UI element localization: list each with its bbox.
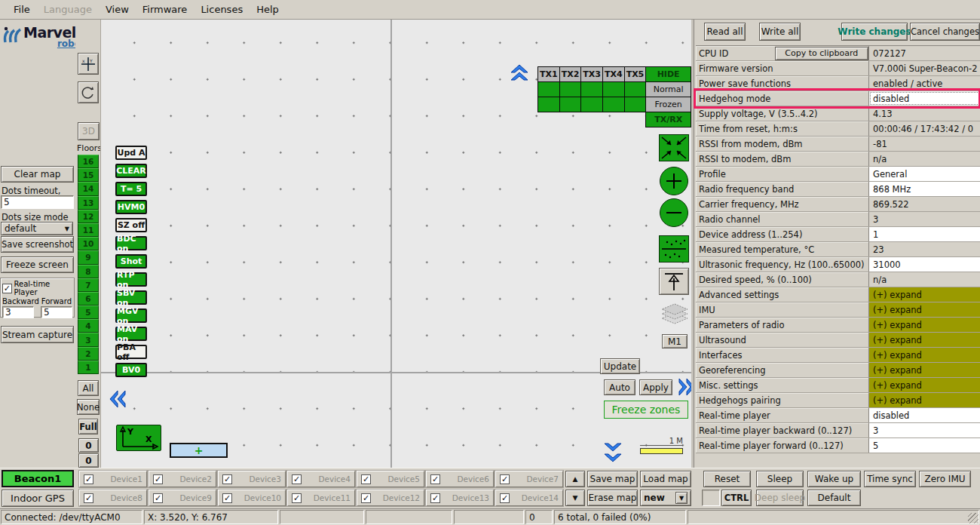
device-checkbox[interactable]: ✓ xyxy=(222,493,232,503)
floor-7[interactable]: 7 xyxy=(78,278,99,292)
tx-header-tx4[interactable]: TX4 xyxy=(602,67,624,82)
device-cell-device3[interactable]: ✓Device3 xyxy=(218,471,286,487)
device-checkbox[interactable]: ✓ xyxy=(430,474,440,484)
tx-table[interactable]: TX1TX2TX3TX4TX5HIDENormalFrozenTX/RX xyxy=(537,66,691,127)
device-checkbox[interactable]: ✓ xyxy=(84,474,93,484)
layers-icon[interactable] xyxy=(657,302,691,333)
add-submap-button[interactable]: + xyxy=(170,443,228,458)
setting-value[interactable]: 868 MHz xyxy=(869,182,980,196)
tx-txrx-button[interactable]: TX/RX xyxy=(646,112,691,127)
menu-item-firmware[interactable]: Firmware xyxy=(136,1,194,18)
device-checkbox[interactable]: ✓ xyxy=(430,493,440,503)
floor-13[interactable]: 13 xyxy=(78,196,99,210)
zoom-in-icon[interactable] xyxy=(660,167,688,195)
resize-grip[interactable] xyxy=(968,513,978,523)
read-all-button[interactable]: Read all xyxy=(704,23,746,41)
device-cell-device11[interactable]: ✓Device11 xyxy=(287,490,355,506)
xy-origin-icon[interactable]: xY xyxy=(78,53,99,75)
move-up-icon[interactable] xyxy=(659,268,689,295)
map-button-clear[interactable]: CLEAR xyxy=(115,164,147,178)
realtime-player-checkbox[interactable]: ✓ xyxy=(2,284,12,293)
save-map-button[interactable]: Save map xyxy=(587,471,638,487)
forward-input[interactable]: 5 xyxy=(41,306,72,318)
m1-button[interactable]: M1 xyxy=(662,334,688,348)
write-all-button[interactable]: Write all xyxy=(759,23,801,41)
freeze-screen-button[interactable]: Freeze screen xyxy=(1,256,74,273)
map-canvas[interactable]: Upd ACLEART= 5HVM0SZ offBDC onShotRTP on… xyxy=(100,20,691,468)
chevron-left-icon[interactable] xyxy=(109,388,130,410)
map-button-mav-on[interactable]: MAV on xyxy=(115,327,147,341)
map-button-sz-off[interactable]: SZ off xyxy=(115,218,147,232)
setting-value[interactable]: (+) expand xyxy=(869,333,980,347)
floor-16[interactable]: 16 xyxy=(78,155,99,168)
map-button-hvm0[interactable]: HVM0 xyxy=(115,200,147,214)
floor-9[interactable]: 9 xyxy=(78,250,99,264)
device-cell-device8[interactable]: ✓Device8 xyxy=(79,490,147,506)
freeze-zones-button[interactable]: Freeze zones xyxy=(604,401,688,419)
tx-header-tx1[interactable]: TX1 xyxy=(538,67,560,82)
device-checkbox[interactable]: ✓ xyxy=(292,474,302,484)
menu-item-help[interactable]: Help xyxy=(250,1,286,18)
setting-value[interactable]: (+) expand xyxy=(869,378,980,392)
fit-view-icon[interactable] xyxy=(659,134,689,161)
tx-cell[interactable] xyxy=(581,82,603,97)
tx-cell[interactable] xyxy=(581,97,603,112)
ctrl-button[interactable]: CTRL xyxy=(721,490,752,506)
tx-cell[interactable] xyxy=(559,82,581,97)
map-button-bdc-on[interactable]: BDC on xyxy=(115,236,147,250)
backward-input[interactable]: 3 xyxy=(2,306,34,318)
device-checkbox[interactable]: ✓ xyxy=(500,493,510,503)
reset-button[interactable]: Reset xyxy=(703,471,751,487)
dots-timeout-input[interactable]: 5 xyxy=(1,195,74,209)
floors-full-button[interactable]: Full xyxy=(78,419,98,434)
device-cell-device9[interactable]: ✓Device9 xyxy=(149,490,216,506)
floor-4[interactable]: 4 xyxy=(78,319,99,333)
setting-value[interactable]: 5 xyxy=(869,438,980,453)
device-list-up-button[interactable]: ▲ xyxy=(565,471,585,487)
device-cell-device6[interactable]: ✓Device6 xyxy=(426,471,494,487)
device-cell-device14[interactable]: ✓Device14 xyxy=(495,490,563,506)
floor-10[interactable]: 10 xyxy=(78,237,99,250)
ctrl-checkbox[interactable] xyxy=(702,490,720,506)
axis-orientation-icon[interactable]: Y X xyxy=(116,425,161,451)
floor-15[interactable]: 15 xyxy=(78,168,99,182)
map-button-mgv-on[interactable]: MGV on xyxy=(115,309,147,323)
setting-value[interactable]: (+) expand xyxy=(869,393,980,407)
floor-14[interactable]: 14 xyxy=(78,182,99,195)
wake-up-button[interactable]: Wake up xyxy=(807,471,861,487)
tx-header-tx3[interactable]: TX3 xyxy=(581,67,603,82)
floor-6[interactable]: 6 xyxy=(78,292,99,305)
collapse-up-icon[interactable] xyxy=(509,63,530,84)
map-button-t-5[interactable]: T= 5 xyxy=(115,182,147,196)
stream-capture-button[interactable]: Stream capture xyxy=(1,326,74,343)
floor-1[interactable]: 1 xyxy=(78,361,99,374)
map-select-dropdown[interactable]: new ▼ xyxy=(640,490,691,506)
cancel-changes-button[interactable]: Cancel changes xyxy=(910,23,980,41)
auto-button[interactable]: Auto xyxy=(604,379,635,395)
tx-cell[interactable] xyxy=(538,82,560,97)
floor-spin-bottom[interactable]: 0 xyxy=(78,453,99,468)
load-map-button[interactable]: Load map xyxy=(640,471,691,487)
floor-2[interactable]: 2 xyxy=(78,347,99,361)
setting-value[interactable]: General xyxy=(869,167,980,181)
setting-value[interactable]: disabled xyxy=(869,91,980,106)
dots-size-dropdown[interactable]: default ▼ xyxy=(1,222,73,235)
device-cell-device13[interactable]: ✓Device13 xyxy=(426,490,494,506)
dots-view-icon[interactable] xyxy=(659,235,689,262)
device-list-down-button[interactable]: ▼ xyxy=(565,490,585,506)
setting-value[interactable]: (+) expand xyxy=(869,318,980,332)
apply-button[interactable]: Apply xyxy=(639,379,672,395)
device-checkbox[interactable]: ✓ xyxy=(153,493,163,503)
tx-cell[interactable] xyxy=(624,82,646,97)
map-button-upd-a[interactable]: Upd A xyxy=(115,146,147,160)
chevron-down-icon[interactable] xyxy=(602,442,623,465)
save-screenshot-button[interactable]: Save screenshot xyxy=(1,236,74,253)
tx-normal-button[interactable]: Normal xyxy=(646,82,691,97)
copy-to-clipboard-button[interactable]: Copy to clipboard xyxy=(775,47,868,60)
device-cell-device4[interactable]: ✓Device4 xyxy=(287,471,355,487)
map-button-shot[interactable]: Shot xyxy=(115,254,147,269)
tx-hide-button[interactable]: HIDE xyxy=(646,67,691,82)
device-cell-device1[interactable]: ✓Device1 xyxy=(79,471,147,487)
floor-11[interactable]: 11 xyxy=(78,223,99,237)
clear-map-button[interactable]: Clear map xyxy=(1,166,74,183)
